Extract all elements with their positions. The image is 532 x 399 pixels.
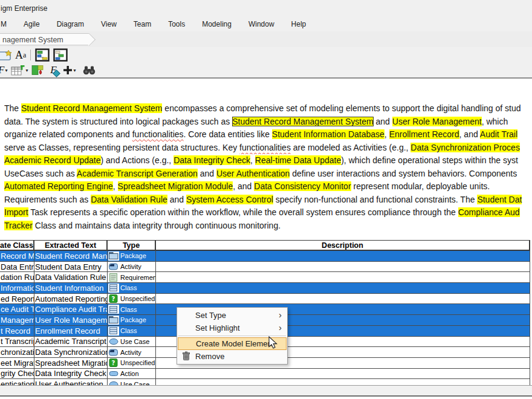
type-cell[interactable]: Class (108, 326, 156, 336)
highlighted-term[interactable]: Compliance Aud (458, 207, 520, 217)
toolbar-row-1: Aa (0, 48, 70, 62)
find-icon[interactable] (82, 65, 96, 75)
description-cell[interactable] (156, 283, 530, 293)
breadcrumb-tab[interactable]: nagement System (0, 33, 89, 45)
description-cell[interactable] (156, 369, 530, 379)
type-label: Use Case (120, 338, 149, 345)
font-style-dropdown-icon[interactable]: F▾ (0, 64, 7, 76)
column-header-candidate-class[interactable]: ate Class (0, 241, 34, 250)
activity-icon (108, 262, 119, 271)
add-table-dropdown-icon[interactable]: ▾ (11, 65, 28, 76)
highlighted-term[interactable]: Audit Trail (480, 129, 517, 139)
usecase-icon (108, 380, 119, 385)
description-cell[interactable] (156, 262, 530, 272)
text-run: UseCases such as (4, 169, 77, 178)
highlighted-term[interactable]: Student Record Management System (21, 103, 162, 113)
highlighted-term[interactable]: Enrollment Record (389, 129, 459, 139)
highlighted-term[interactable]: Data Integrity Check (174, 155, 250, 165)
text-run: define user interactions and system beha… (290, 169, 517, 178)
type-cell[interactable]: Class (108, 283, 156, 293)
menu-item-tools[interactable]: Tools (160, 17, 193, 31)
add-element-dropdown-icon[interactable]: ▾ (63, 65, 76, 75)
menu-item-modeling[interactable]: Modeling (193, 17, 240, 31)
column-header-description[interactable]: Description (156, 241, 530, 250)
highlighted-term[interactable]: Student Dat (477, 195, 522, 204)
type-cell[interactable]: Class (108, 304, 156, 314)
text-run: are modeled as Activities (e.g., (291, 143, 410, 152)
extracted-text-cell: Compliance Audit Tra (34, 304, 108, 314)
color-grid-icon[interactable] (31, 65, 44, 76)
type-cell[interactable]: Package (108, 251, 156, 261)
usecase-icon (108, 337, 119, 346)
text-line: Automated Reporting Engine, Spreadsheet … (4, 180, 532, 193)
type-cell[interactable]: Use Case (108, 337, 156, 347)
menu-item-team[interactable]: Team (125, 17, 160, 31)
candidate-class-cell: grity Chec (0, 369, 34, 379)
font-icon[interactable]: Aa (15, 49, 26, 61)
menu-item-agile[interactable]: Agile (15, 17, 48, 31)
shape-textbox-icon[interactable] (0, 50, 11, 61)
highlighted-term[interactable]: Spreadsheet Migration Module (118, 181, 233, 191)
description-cell[interactable] (156, 251, 530, 261)
table-row[interactable]: enticationUser AuthenticationUse Case (0, 379, 530, 385)
description-cell[interactable] (156, 294, 530, 304)
extracted-text-cell: Student Data Entry (34, 262, 108, 272)
type-cell[interactable]: Package (108, 315, 156, 325)
type-cell[interactable]: Requirement (108, 272, 156, 282)
column-header-type[interactable]: Type (108, 241, 156, 250)
highlighted-term[interactable]: Data Validation Rule (91, 195, 167, 204)
highlighted-term[interactable]: Academic Record Update (4, 155, 101, 165)
menu-item-view[interactable]: View (92, 17, 125, 31)
highlighted-term[interactable]: Academic Transcript Generation (77, 169, 198, 178)
highlighted-term[interactable]: User Role Management (392, 117, 482, 126)
type-cell[interactable]: ?Unspecified (108, 294, 156, 304)
type-cell[interactable]: Activity (108, 262, 156, 272)
type-cell[interactable]: ?Unspecified (108, 358, 156, 368)
table-row[interactable]: InformatioStudent InformationClass (0, 283, 530, 294)
dropdown-caret-icon: ▾ (73, 68, 76, 73)
description-cell[interactable] (156, 272, 530, 282)
highlighted-term[interactable]: Student Information Database (272, 129, 384, 139)
menu-item-m[interactable]: M (0, 17, 15, 31)
candidate-class-cell: t Record (0, 326, 34, 336)
text-line: Academic Record Update) and Actions (e.g… (4, 154, 532, 167)
table-row[interactable]: ed ReportiAutomated Reporting?Unspecifie… (0, 294, 530, 305)
model-diagram-alt-icon[interactable] (53, 48, 68, 62)
type-label: Class (120, 327, 137, 334)
application-window: igm Enterprise MAgileDiagramViewTeamTool… (0, 0, 532, 399)
table-row[interactable]: dation RuleData Validation RuleRequireme… (0, 272, 530, 283)
table-row[interactable]: Record MaStudent Record ManaPackage (0, 251, 530, 262)
breadcrumb: nagement System (0, 31, 532, 47)
menu-item-diagram[interactable]: Diagram (48, 17, 92, 31)
mouse-cursor-icon (268, 336, 278, 352)
highlighted-term[interactable]: Automated Reporting Engine (4, 181, 113, 191)
highlighted-term[interactable]: Import (4, 207, 28, 217)
context-menu-item-remove[interactable]: Remove (177, 350, 287, 363)
context-menu-item-set-highlight[interactable]: Set Highlight› (177, 322, 287, 334)
highlighted-term[interactable]: Data Synchronization Proces (410, 143, 520, 152)
highlighted-term[interactable]: Tracker (4, 221, 33, 230)
highlighted-term[interactable]: User Authentication (216, 169, 290, 178)
menu-item-help[interactable]: Help (283, 17, 315, 31)
extracted-text-cell: Academic Transcript (34, 337, 108, 347)
context-menu-item-set-type[interactable]: Set Type› (177, 309, 287, 322)
highlighted-term[interactable]: Real-time Data Update (255, 155, 341, 165)
type-cell[interactable]: Action (108, 369, 156, 379)
menu-item-window[interactable]: Window (240, 17, 283, 31)
window-title: igm Enterprise (1, 4, 47, 13)
table-row[interactable]: grity ChecData Integrity CheckAction (0, 369, 530, 380)
type-cell[interactable]: Activity (108, 347, 156, 357)
model-diagram-icon[interactable] (35, 48, 50, 62)
highlighted-term[interactable]: Student Record Management System (232, 117, 373, 126)
text-run: , and (233, 181, 254, 191)
type-cell[interactable]: Use Case (108, 379, 156, 385)
highlighted-term[interactable]: System Access Control (186, 195, 273, 204)
format-painter-icon[interactable]: F (47, 63, 59, 77)
candidate-class-cell: Informatio (0, 283, 34, 293)
column-header-extracted-text[interactable]: Extracted Text (34, 241, 108, 250)
text-line: serve as Classes, representing persisten… (4, 141, 532, 155)
type-label: Unspecified (120, 295, 155, 302)
table-row[interactable]: Data EntryStudent Data EntryActivity (0, 262, 530, 273)
highlighted-term[interactable]: Data Consistency Monitor (254, 181, 351, 191)
description-cell[interactable] (156, 379, 530, 385)
